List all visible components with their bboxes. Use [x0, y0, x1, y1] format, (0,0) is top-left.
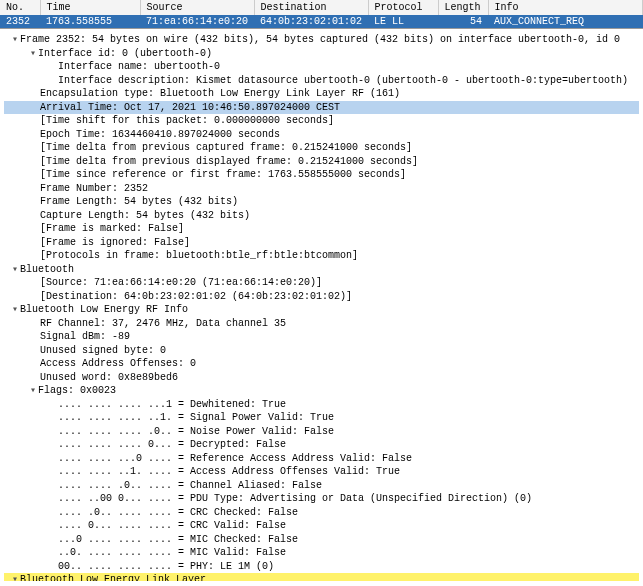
field[interactable]: [Frame is ignored: False] [4, 236, 639, 250]
cell-proto: LE LL [368, 15, 438, 28]
flag-field[interactable]: .... .... .... .0.. = Noise Power Valid:… [4, 425, 639, 439]
cell-time: 1763.558555 [40, 15, 140, 28]
frame-node[interactable]: ▾Frame 2352: 54 bytes on wire (432 bits)… [4, 33, 639, 47]
packet-table[interactable]: No. Time Source Destination Protocol Len… [0, 0, 643, 28]
flag-field[interactable]: .... ..00 0... .... = PDU Type: Advertis… [4, 492, 639, 506]
field[interactable]: [Time since reference or first frame: 17… [4, 168, 639, 182]
section-label: Bluetooth Low Energy RF Info [20, 304, 188, 315]
field[interactable]: Frame Number: 2352 [4, 182, 639, 196]
flag-field[interactable]: .... 0... .... .... = CRC Valid: False [4, 519, 639, 533]
packet-row-selected[interactable]: 2352 1763.558555 71:ea:66:14:e0:20 64:0b… [0, 15, 643, 28]
field[interactable]: Interface description: Kismet datasource… [4, 74, 639, 88]
field[interactable]: Unused signed byte: 0 [4, 344, 639, 358]
expand-icon[interactable]: ▾ [28, 384, 38, 398]
expand-icon[interactable]: ▾ [10, 303, 20, 317]
col-source[interactable]: Source [140, 0, 254, 15]
field[interactable]: Access Address Offenses: 0 [4, 357, 639, 371]
flag-field[interactable]: ..0. .... .... .... = MIC Valid: False [4, 546, 639, 560]
field-label: Interface id: 0 (ubertooth-0) [38, 48, 212, 59]
field[interactable]: [Frame is marked: False] [4, 222, 639, 236]
section-label: Bluetooth [20, 264, 74, 275]
arrival-time-field[interactable]: Arrival Time: Oct 17, 2021 10:46:50.8970… [4, 101, 639, 115]
packet-table-header[interactable]: No. Time Source Destination Protocol Len… [0, 0, 643, 15]
field[interactable]: Encapsulation type: Bluetooth Low Energy… [4, 87, 639, 101]
frame-summary: Frame 2352: 54 bytes on wire (432 bits),… [20, 34, 620, 45]
col-dest[interactable]: Destination [254, 0, 368, 15]
expand-icon[interactable]: ▾ [28, 47, 38, 61]
cell-no: 2352 [0, 15, 40, 28]
field[interactable]: RF Channel: 37, 2476 MHz, Data channel 3… [4, 317, 639, 331]
field[interactable]: [Time delta from previous displayed fram… [4, 155, 639, 169]
field[interactable]: Interface name: ubertooth-0 [4, 60, 639, 74]
btle-ll-node[interactable]: ▾Bluetooth Low Energy Link Layer [4, 573, 639, 581]
field[interactable]: Frame Length: 54 bytes (432 bits) [4, 195, 639, 209]
flag-field[interactable]: .... .... ...0 .... = Reference Access A… [4, 452, 639, 466]
field[interactable]: [Source: 71:ea:66:14:e0:20 (71:ea:66:14:… [4, 276, 639, 290]
packet-list-pane: No. Time Source Destination Protocol Len… [0, 0, 643, 29]
field[interactable]: Signal dBm: -89 [4, 330, 639, 344]
cell-len: 54 [438, 15, 488, 28]
interface-id-node[interactable]: ▾Interface id: 0 (ubertooth-0) [4, 47, 639, 61]
cell-info: AUX_CONNECT_REQ [488, 15, 642, 28]
flag-field[interactable]: .... .0.. .... .... = CRC Checked: False [4, 506, 639, 520]
field[interactable]: [Destination: 64:0b:23:02:01:02 (64:0b:2… [4, 290, 639, 304]
field[interactable]: Epoch Time: 1634460410.897024000 seconds [4, 128, 639, 142]
packet-details-pane[interactable]: ▾Frame 2352: 54 bytes on wire (432 bits)… [0, 29, 643, 581]
flags-node[interactable]: ▾Flags: 0x0023 [4, 384, 639, 398]
field[interactable]: Capture Length: 54 bytes (432 bits) [4, 209, 639, 223]
flag-field[interactable]: .... .... .... ..1. = Signal Power Valid… [4, 411, 639, 425]
field[interactable]: [Protocols in frame: bluetooth:btle_rf:b… [4, 249, 639, 263]
col-info[interactable]: Info [488, 0, 642, 15]
flag-field[interactable]: .... .... ..1. .... = Access Address Off… [4, 465, 639, 479]
section-label: Bluetooth Low Energy Link Layer [20, 574, 206, 581]
expand-icon[interactable]: ▾ [10, 263, 20, 277]
cell-src: 71:ea:66:14:e0:20 [140, 15, 254, 28]
col-no[interactable]: No. [0, 0, 40, 15]
flag-field[interactable]: .... .... .0.. .... = Channel Aliased: F… [4, 479, 639, 493]
bluetooth-node[interactable]: ▾Bluetooth [4, 263, 639, 277]
flag-field[interactable]: ...0 .... .... .... = MIC Checked: False [4, 533, 639, 547]
cell-dst: 64:0b:23:02:01:02 [254, 15, 368, 28]
flag-field[interactable]: .... .... .... ...1 = Dewhitened: True [4, 398, 639, 412]
field[interactable]: [Time shift for this packet: 0.000000000… [4, 114, 639, 128]
flag-field[interactable]: 00.. .... .... .... = PHY: LE 1M (0) [4, 560, 639, 574]
expand-icon[interactable]: ▾ [10, 573, 20, 581]
field[interactable]: [Time delta from previous captured frame… [4, 141, 639, 155]
col-length[interactable]: Length [438, 0, 488, 15]
field-label: Flags: 0x0023 [38, 385, 116, 396]
btle-rf-node[interactable]: ▾Bluetooth Low Energy RF Info [4, 303, 639, 317]
col-proto[interactable]: Protocol [368, 0, 438, 15]
field[interactable]: Unused word: 0x8e89bed6 [4, 371, 639, 385]
col-time[interactable]: Time [40, 0, 140, 15]
flag-field[interactable]: .... .... .... 0... = Decrypted: False [4, 438, 639, 452]
expand-icon[interactable]: ▾ [10, 33, 20, 47]
